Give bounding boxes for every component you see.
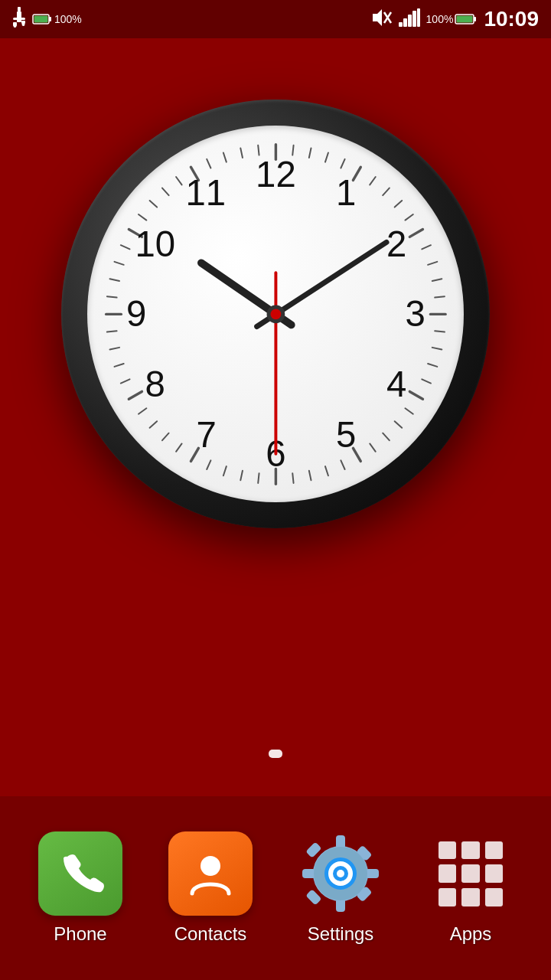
clock-num-2: 2 (386, 224, 406, 264)
svg-line-37 (435, 331, 445, 332)
svg-line-73 (149, 201, 157, 207)
svg-line-69 (114, 261, 123, 264)
clock-num-3: 3 (405, 293, 425, 334)
dock: Phone Contacts (0, 796, 551, 980)
clock-widget[interactable]: 12 1 2 3 4 5 6 7 8 9 10 11 (61, 100, 490, 528)
svg-line-31 (409, 229, 422, 237)
svg-line-27 (370, 177, 376, 185)
svg-rect-1 (17, 11, 21, 22)
settings-icon (298, 831, 383, 916)
svg-line-59 (149, 421, 157, 428)
svg-point-93 (337, 870, 344, 877)
phone-label: Phone (54, 923, 106, 945)
mute-icon (370, 8, 393, 31)
svg-rect-20 (457, 16, 473, 23)
svg-rect-9 (34, 16, 48, 23)
svg-line-79 (240, 148, 243, 158)
svg-rect-14 (403, 18, 407, 27)
svg-line-57 (176, 443, 182, 451)
clock-num-12: 12 (256, 153, 296, 194)
svg-marker-10 (373, 9, 382, 26)
clock-outer: 12 1 2 3 4 5 6 7 8 9 10 11 (61, 100, 490, 528)
svg-line-30 (405, 214, 412, 220)
apps-grid (435, 838, 507, 910)
dock-item-phone[interactable]: Phone (38, 831, 122, 945)
svg-line-24 (325, 152, 328, 162)
svg-line-53 (240, 470, 243, 480)
svg-line-75 (176, 177, 182, 185)
svg-line-49 (308, 470, 311, 480)
clock-num-7: 7 (196, 413, 216, 454)
svg-line-39 (428, 364, 437, 367)
clock-num-1: 1 (335, 172, 355, 213)
svg-line-74 (162, 188, 169, 195)
status-left: 100% (12, 7, 82, 32)
phone-icon (38, 831, 122, 916)
contacts-icon (168, 831, 253, 916)
battery-percent-label: 100% (54, 13, 82, 25)
svg-line-78 (223, 152, 226, 162)
svg-line-48 (325, 466, 328, 475)
svg-line-23 (308, 148, 311, 158)
svg-line-54 (223, 466, 226, 475)
svg-line-55 (207, 460, 210, 469)
svg-line-68 (109, 279, 119, 281)
svg-line-67 (106, 296, 116, 297)
svg-line-62 (120, 379, 129, 383)
svg-line-42 (405, 408, 412, 414)
svg-line-29 (394, 201, 402, 207)
svg-line-25 (341, 158, 344, 168)
dock-item-settings[interactable]: Settings (298, 831, 383, 945)
battery-full-icon: 100% (426, 13, 478, 25)
clock-num-8: 8 (145, 363, 165, 403)
status-bar: 100% 100% (0, 0, 551, 38)
svg-line-45 (370, 443, 376, 451)
svg-rect-0 (18, 7, 21, 11)
svg-line-43 (394, 421, 402, 428)
svg-rect-16 (412, 11, 416, 27)
clock-num-9: 9 (126, 293, 146, 334)
svg-rect-87 (305, 842, 321, 858)
svg-line-35 (435, 296, 445, 297)
svg-point-5 (14, 24, 17, 28)
svg-line-77 (207, 158, 210, 168)
clock-num-5: 5 (335, 413, 355, 454)
signal-icon (399, 8, 420, 30)
svg-line-32 (422, 245, 431, 249)
svg-line-47 (341, 460, 344, 469)
dock-item-apps[interactable]: Apps (429, 831, 513, 945)
svg-rect-13 (399, 22, 403, 27)
svg-rect-19 (474, 17, 476, 21)
page-dot-active (269, 750, 282, 758)
svg-line-44 (383, 433, 390, 440)
status-time: 10:09 (484, 7, 539, 31)
battery-small-icon: 100% (32, 13, 82, 25)
svg-line-28 (383, 188, 390, 195)
svg-line-63 (114, 364, 123, 367)
svg-line-58 (162, 433, 169, 440)
clock-num-11: 11 (185, 172, 226, 213)
usb-icon (12, 7, 26, 32)
dock-item-contacts[interactable]: Contacts (168, 831, 253, 945)
svg-rect-2 (13, 18, 25, 20)
page-indicator (269, 750, 282, 758)
svg-line-50 (292, 473, 293, 483)
svg-line-65 (106, 331, 116, 332)
svg-rect-89 (305, 889, 321, 905)
svg-rect-17 (417, 8, 420, 27)
svg-line-33 (428, 261, 437, 264)
contacts-label: Contacts (174, 923, 247, 945)
svg-line-60 (139, 408, 146, 414)
svg-line-61 (129, 391, 142, 399)
svg-line-72 (139, 214, 146, 220)
settings-label: Settings (308, 923, 374, 945)
svg-line-38 (432, 347, 442, 349)
svg-line-40 (422, 379, 431, 383)
clock-center-inner (270, 309, 281, 319)
status-right: 100% 10:09 (370, 7, 539, 31)
svg-line-34 (432, 279, 442, 281)
svg-line-52 (258, 473, 259, 483)
svg-point-6 (22, 23, 25, 26)
svg-line-70 (120, 245, 129, 249)
clock-face: 12 1 2 3 4 5 6 7 8 9 10 11 (87, 126, 465, 503)
